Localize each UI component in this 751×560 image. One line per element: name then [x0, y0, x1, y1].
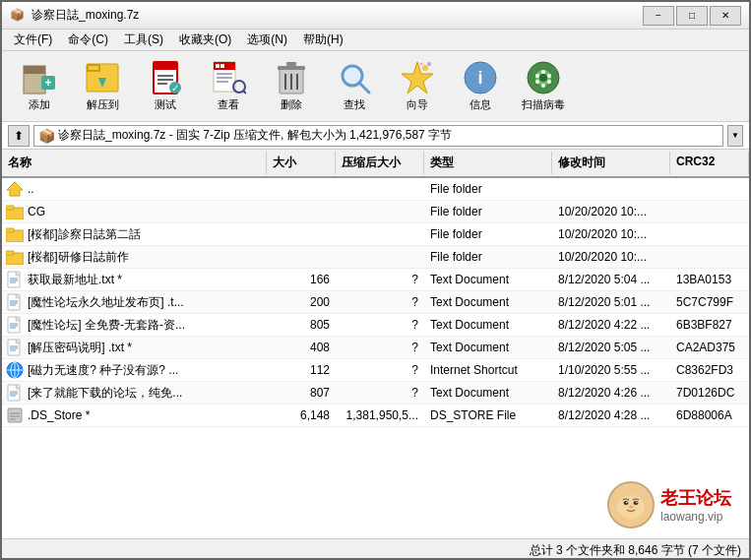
svg-point-45	[541, 84, 545, 88]
delete-icon	[274, 60, 309, 95]
file-type: Text Document	[424, 339, 552, 356]
col-name[interactable]: 名称	[2, 152, 267, 174]
close-button[interactable]: ✕	[710, 6, 741, 26]
svg-point-94	[629, 506, 633, 509]
watermark-text: 老王论坛 laowang.vip	[660, 486, 731, 524]
table-row[interactable]: [桜都]診察日誌第二話 File folder 10/20/2020 10:..…	[2, 223, 749, 246]
table-row[interactable]: CG File folder 10/20/2020 10:...	[2, 201, 749, 223]
scan-button[interactable]: 扫描病毒	[514, 55, 573, 118]
table-row[interactable]: .DS_Store * 6,148 1,381,950,5... DS_STOR…	[2, 404, 749, 427]
window-controls: − □ ✕	[643, 6, 741, 26]
svg-point-47	[535, 74, 539, 78]
test-button[interactable]: ✓ 测试	[136, 55, 195, 118]
file-type: File folder	[424, 203, 552, 220]
menu-favorites[interactable]: 收藏夹(O)	[171, 30, 239, 50]
maximize-button[interactable]: □	[676, 6, 708, 26]
file-crc	[670, 232, 749, 236]
file-crc: 13BA0153	[670, 271, 749, 288]
file-modified: 8/12/2020 4:28 ...	[552, 406, 670, 424]
table-row[interactable]: 获取最新地址.txt * 166 ? Text Document 8/12/20…	[2, 269, 749, 291]
svg-rect-9	[154, 62, 177, 70]
svg-text:i: i	[477, 68, 482, 88]
file-type: Text Document	[424, 293, 552, 311]
scan-label: 扫描病毒	[522, 97, 565, 112]
menu-command[interactable]: 命令(C)	[60, 30, 116, 50]
address-dropdown[interactable]: ▼	[727, 125, 743, 147]
file-compressed	[336, 232, 424, 236]
info-button[interactable]: i 信息	[451, 55, 510, 118]
table-row[interactable]: [磁力无速度? 种子没有源? ... 112 ? Internet Shortc…	[2, 359, 749, 382]
extract-label: 解压到	[87, 97, 119, 112]
file-modified: 10/20/2020 10:...	[552, 225, 670, 243]
main-window: 📦 诊察日誌_moxing.7z − □ ✕ 文件(F) 命令(C) 工具(S)…	[0, 0, 751, 560]
table-row[interactable]: [魔性论坛永久地址发布页] .t... 200 ? Text Document …	[2, 291, 749, 314]
main-content: ⬆ 📦 诊察日誌_moxing.7z - 固实 7-Zip 压缩文件, 解包大小…	[2, 122, 749, 560]
file-type: Text Document	[424, 271, 552, 288]
table-row[interactable]: [解压密码说明] .txt * 408 ? Text Document 8/12…	[2, 337, 749, 359]
file-type: Text Document	[424, 384, 552, 402]
file-compressed: ?	[336, 293, 424, 311]
minimize-button[interactable]: −	[643, 6, 674, 26]
menu-file[interactable]: 文件(F)	[6, 30, 60, 50]
menu-bar: 文件(F) 命令(C) 工具(S) 收藏夹(O) 选项(N) 帮助(H)	[2, 30, 749, 51]
menu-tools[interactable]: 工具(S)	[116, 30, 171, 50]
toolbar: + 添加 解压到	[2, 51, 749, 122]
col-modified[interactable]: 修改时间	[552, 152, 670, 174]
file-modified: 1/10/2020 5:55 ...	[552, 361, 670, 379]
file-size: 166	[267, 271, 336, 288]
address-bar: ⬆ 📦 诊察日誌_moxing.7z - 固实 7-Zip 压缩文件, 解包大小…	[2, 122, 749, 150]
add-label: 添加	[29, 97, 50, 112]
extract-button[interactable]: 解压到	[73, 55, 132, 118]
menu-help[interactable]: 帮助(H)	[295, 30, 351, 50]
file-crc	[670, 187, 749, 191]
svg-rect-54	[6, 251, 14, 255]
svg-marker-33	[402, 62, 433, 93]
file-type: File folder	[424, 180, 552, 198]
svg-point-36	[420, 63, 423, 66]
file-size	[267, 232, 336, 236]
file-icon	[6, 361, 24, 379]
test-label: 测试	[155, 97, 176, 112]
file-modified: 8/12/2020 4:22 ...	[552, 316, 670, 334]
svg-point-92	[626, 502, 628, 504]
col-compressed[interactable]: 压缩后大小	[336, 152, 424, 174]
file-crc: 6B3BF827	[670, 316, 749, 334]
table-row[interactable]: [桜都]研修日誌前作 File folder 10/20/2020 10:...	[2, 246, 749, 269]
table-row[interactable]: [来了就能下载的论坛，纯免... 807 ? Text Document 8/1…	[2, 382, 749, 404]
col-crc[interactable]: CRC32	[670, 152, 749, 174]
file-modified: 8/12/2020 5:04 ...	[552, 271, 670, 288]
menu-options[interactable]: 选项(N)	[239, 30, 295, 50]
watermark: 老王论坛 laowang.vip	[599, 477, 739, 532]
file-name: [桜都]研修日誌前作	[2, 246, 267, 268]
file-icon	[6, 293, 24, 311]
file-compressed: ?	[336, 316, 424, 334]
svg-point-44	[547, 80, 551, 84]
file-size: 408	[267, 339, 336, 356]
file-compressed	[336, 210, 424, 214]
info-icon: i	[463, 60, 498, 95]
file-name: ..	[2, 178, 267, 200]
file-modified: 8/12/2020 5:01 ...	[552, 293, 670, 311]
view-button[interactable]: 查看	[199, 55, 258, 118]
add-button[interactable]: + 添加	[10, 55, 69, 118]
file-icon	[6, 180, 24, 198]
title-icon: 📦	[10, 8, 26, 24]
col-size[interactable]: 大小	[267, 152, 336, 174]
table-row[interactable]: [魔性论坛] 全免费-无套路-资... 805 ? Text Document …	[2, 314, 749, 337]
file-crc: CA2AD375	[670, 339, 749, 356]
delete-label: 删除	[281, 97, 302, 112]
file-icon	[6, 339, 24, 356]
file-crc	[670, 210, 749, 214]
delete-button[interactable]: 删除	[262, 55, 321, 118]
find-button[interactable]: 查找	[325, 55, 384, 118]
file-crc: 7D0126DC	[670, 384, 749, 402]
file-type: DS_STORE File	[424, 406, 552, 424]
wizard-button[interactable]: 向导	[388, 55, 447, 118]
file-modified: 10/20/2020 10:...	[552, 248, 670, 266]
file-compressed: ?	[336, 361, 424, 379]
file-modified: 8/12/2020 4:26 ...	[552, 384, 670, 402]
table-row[interactable]: .. File folder	[2, 178, 749, 201]
col-type[interactable]: 类型	[424, 152, 552, 174]
file-size: 6,148	[267, 406, 336, 424]
nav-up-button[interactable]: ⬆	[8, 125, 30, 147]
